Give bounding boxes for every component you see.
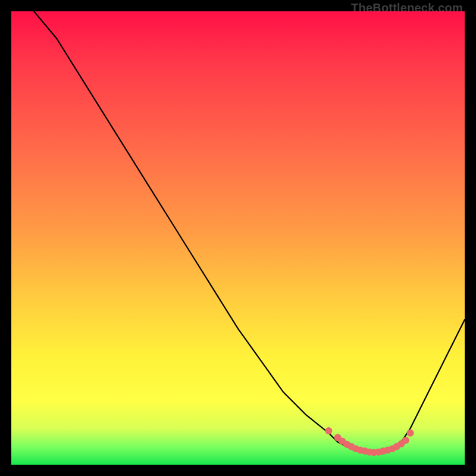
trough-marker [402,437,409,444]
trough-marker [325,427,332,434]
main-curve-line [34,11,465,455]
trough-markers [325,427,414,456]
chart-frame: TheBottleneck.com [0,0,476,476]
trough-marker [407,430,414,437]
curve-svg [11,11,465,465]
plot-area [11,11,465,465]
